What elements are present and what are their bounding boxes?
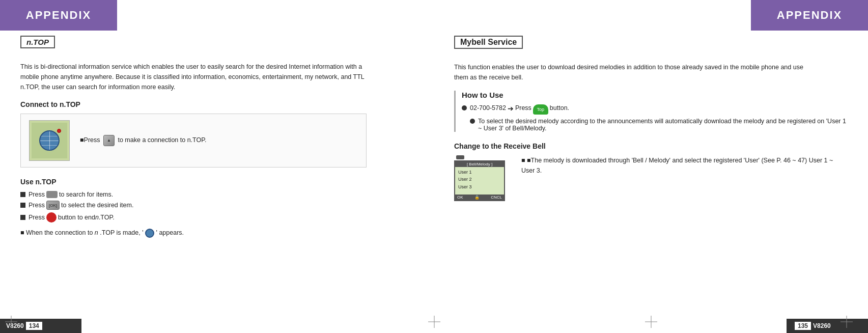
display-ok: OK <box>457 195 463 200</box>
globe-icon <box>39 130 60 151</box>
use-press-1: Press <box>29 191 45 198</box>
use-item-1: Press to search for items. <box>20 191 413 198</box>
use-text-3: button to end <box>58 214 95 221</box>
connect-instruction: ■Press to make a connection to n.TOP. <box>80 135 206 146</box>
n-italic-when: n <box>95 229 98 236</box>
display-item-1: User 1 <box>458 169 501 176</box>
end-btn-icon <box>46 212 57 223</box>
when-bullet: ■ <box>20 229 24 236</box>
display-lock: 🔒 <box>474 195 480 200</box>
change-title: Change to the Receive Bell <box>454 142 848 150</box>
connect-make-text: to make a connection to n.TOP. <box>118 136 206 144</box>
display-menu-bar: [ Bell/Melody ] <box>455 161 504 167</box>
crosshair-bottom-right <box>841 316 853 328</box>
right-page-label: V8260 <box>813 322 831 329</box>
right-content-area: Mybell Service This function enables the… <box>434 0 868 333</box>
change-text-area: ■ ■The melody is downloaded through 'Bel… <box>521 155 848 176</box>
crosshair-bottom-center <box>428 316 440 328</box>
connect-box: ■Press to make a connection to n.TOP. <box>20 114 367 168</box>
how-to-use-section: How to Use 02-700-5782 ➔ Press Top butto… <box>454 91 848 132</box>
connect-title: Connect to n.TOP <box>20 100 413 108</box>
ntop-title-dot: .TOP <box>31 38 49 46</box>
right-appendix-label: APPENDIX <box>777 9 842 22</box>
ok-btn-icon: [OK] <box>46 201 60 210</box>
crosshair-bottom-center-right <box>645 316 657 328</box>
phone-screen <box>32 123 67 158</box>
mybell-title-container: Mybell Service <box>454 36 848 55</box>
connect-section: Connect to n.TOP <box>20 100 413 168</box>
left-appendix-label: APPENDIX <box>26 9 91 22</box>
how-item-1: 02-700-5782 ➔ Press Top button. <box>462 104 848 115</box>
use-press-2: Press <box>29 202 45 209</box>
left-appendix-banner: APPENDIX <box>0 0 117 31</box>
use-title: Use n.TOP <box>20 178 413 186</box>
ntop-description: This is bi-directional information servi… <box>20 62 377 92</box>
how-to-use-title: How to Use <box>462 91 848 99</box>
top-use: .TOP. <box>99 214 115 221</box>
display-item-2: User 2 <box>458 176 501 183</box>
left-content-area: n.TOP This is bi-directional information… <box>0 0 434 333</box>
display-items-area: User 1 User 2 User 3 <box>455 167 504 195</box>
bullet-3 <box>20 215 25 220</box>
ntop-title-box: n.TOP <box>20 36 55 48</box>
top-btn-icon: Top <box>533 104 548 115</box>
crosshair-bottom-left <box>5 316 17 328</box>
use-press-3: Press <box>29 214 45 221</box>
use-text-2: to select the desired item. <box>61 202 133 209</box>
ntop-title-container: n.TOP <box>20 36 413 54</box>
nav-button-icon <box>103 135 115 146</box>
red-dot <box>57 129 61 133</box>
how-bullet-2 <box>470 119 475 124</box>
mybell-title-box: Mybell Service <box>454 36 523 49</box>
when-text-1: When the connection to <box>26 229 95 236</box>
bullet-2 <box>20 203 25 208</box>
how-item-2: To select the desired melody according t… <box>470 118 848 132</box>
change-content: [ Bell/Melody ] User 1 User 2 User 3 OK … <box>454 155 848 201</box>
display-footer: OK 🔒 CNCL <box>455 195 504 200</box>
globe-indicator <box>145 229 154 238</box>
arrow-icon-1: ➔ <box>508 104 514 113</box>
use-item-3: Press button to end n .TOP. <box>20 212 413 223</box>
display-cancel: CNCL <box>491 195 502 200</box>
phone-image <box>29 120 70 161</box>
right-page: APPENDIX Mybell Service This function en… <box>434 0 868 333</box>
left-page-number: 134 <box>26 322 42 330</box>
how-item-1-text-1: 02-700-5782 <box>470 104 506 112</box>
right-appendix-banner: APPENDIX <box>751 0 868 31</box>
change-text: ■The melody is downloaded through 'Bell … <box>521 157 833 174</box>
connect-press-label: ■Press <box>80 136 102 144</box>
search-btn-icon <box>46 191 58 198</box>
phone-top-speaker <box>456 155 464 159</box>
bullet-1 <box>20 192 25 197</box>
mybell-description: This function enables the user to downlo… <box>454 62 810 82</box>
use-section: Use n.TOP Press to search for items. Pre… <box>20 178 413 223</box>
right-bottom-bar: 135 V8260 <box>787 319 868 333</box>
change-section: Change to the Receive Bell [ Bell/Melody… <box>454 142 848 201</box>
n-italic-use: n <box>95 214 99 221</box>
ntop-title-text: n <box>26 38 31 46</box>
when-text-2: .TOP is made, ' <box>100 229 143 236</box>
how-button-text: button. <box>550 104 569 112</box>
right-page-number: 135 <box>795 322 811 330</box>
left-page: APPENDIX n.TOP This is bi-directional in… <box>0 0 434 333</box>
phone-display: [ Bell/Melody ] User 1 User 2 User 3 OK … <box>454 160 505 201</box>
phone-display-container: [ Bell/Melody ] User 1 User 2 User 3 OK … <box>454 155 513 201</box>
display-item-3: User 3 <box>458 183 501 190</box>
when-text-3: ' appears. <box>156 229 184 236</box>
when-connected-note: ■ When the connection to n .TOP is made,… <box>20 229 413 238</box>
change-bullet: ■ <box>521 157 525 164</box>
how-press-1: Press <box>515 104 531 112</box>
use-item-2: Press [OK] to select the desired item. <box>20 201 413 210</box>
use-text-1: to search for items. <box>59 191 113 198</box>
how-bullet-1 <box>462 105 467 110</box>
how-item-2-text: To select the desired melody according t… <box>478 118 848 132</box>
